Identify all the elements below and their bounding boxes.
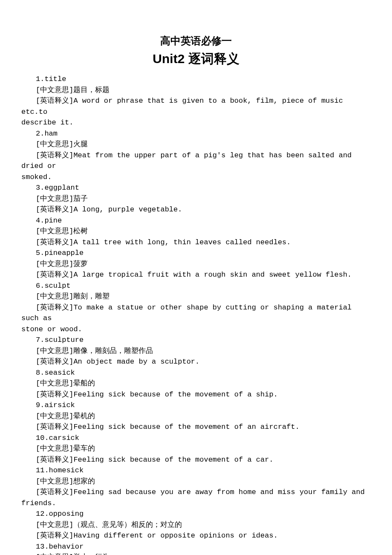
entry-word: 5.pineapple <box>21 248 371 259</box>
entry-chinese-meaning: [中文意思]晕船的 <box>21 378 371 389</box>
entry-english-definition: [英语释义]Feeling sick because of the moveme… <box>21 422 371 433</box>
entry-english-definition: [英语释义]Feeling sad because you are away f… <box>21 487 371 498</box>
entry-english-definition-continuation: stone or wood. <box>21 324 371 335</box>
entry-chinese-meaning: [中文意思]菠萝 <box>21 259 371 270</box>
entry-english-definition: [英语释义]Feeling sick because of the moveme… <box>21 454 371 465</box>
entry-word: 13.behavior <box>21 541 371 552</box>
entry-word: 4.pine <box>21 215 371 226</box>
entry-chinese-meaning: [中文意思]（观点、意见等）相反的；对立的 <box>21 520 371 531</box>
main-title: 高中英语必修一 <box>21 34 371 48</box>
entry-english-definition: [英语释义]Meat from the upper part of a pig'… <box>21 150 371 172</box>
entry-word: 1.title <box>21 74 371 85</box>
entry-chinese-meaning: [中文意思]松树 <box>21 226 371 237</box>
entry-chinese-meaning: [中文意思]想家的 <box>21 476 371 487</box>
entry-chinese-meaning: [中文意思]题目，标题 <box>21 85 371 96</box>
entry-english-definition: [英语释义]A large tropical fruit with a roug… <box>21 269 371 280</box>
entry-english-definition: [英语释义]A long, purple vegetable. <box>21 204 371 215</box>
entry-word: 3.eggplant <box>21 182 371 194</box>
entry-english-definition: [英语释义]An object made by a sculptor. <box>21 356 371 367</box>
entry-chinese-meaning: [中文意思]举止，行为 <box>21 552 371 555</box>
entry-word: 6.sculpt <box>21 280 371 292</box>
entry-word: 2.ham <box>21 128 371 139</box>
entry-english-definition-continuation: friends. <box>21 498 371 509</box>
entry-word: 11.homesick <box>21 465 371 476</box>
entry-chinese-meaning: [中文意思]晕机的 <box>21 411 371 422</box>
entry-chinese-meaning: [中文意思]火腿 <box>21 139 371 150</box>
entry-english-definition: [英语释义]Having different or opposite opini… <box>21 530 371 541</box>
entry-english-definition: [英语释义]To make a statue or other shape by… <box>21 302 371 324</box>
entry-word: 7.sculpture <box>21 335 371 346</box>
entry-word: 12.opposing <box>21 509 371 520</box>
entry-chinese-meaning: [中文意思]雕像，雕刻品，雕塑作品 <box>21 346 371 357</box>
sub-title: Unit2 逐词释义 <box>21 50 371 68</box>
entry-english-definition-continuation: smoked. <box>21 172 371 183</box>
entry-chinese-meaning: [中文意思]茄子 <box>21 194 371 205</box>
entry-english-definition-continuation: describe it. <box>21 117 371 128</box>
entry-word: 8.seasick <box>21 367 371 379</box>
entry-english-definition: [英语释义]A word or phrase that is given to … <box>21 95 371 117</box>
entry-chinese-meaning: [中文意思]雕刻，雕塑 <box>21 291 371 302</box>
document-page: 高中英语必修一 Unit2 逐词释义 1.title[中文意思]题目，标题[英语… <box>0 0 392 555</box>
entry-chinese-meaning: [中文意思]晕车的 <box>21 443 371 454</box>
entry-english-definition: [英语释义]Feeling sick because of the moveme… <box>21 389 371 400</box>
entry-english-definition: [英语释义]A tall tree with long, thin leaves… <box>21 237 371 248</box>
entry-word: 9.airsick <box>21 400 371 411</box>
entry-word: 10.carsick <box>21 433 371 444</box>
vocabulary-list: 1.title[中文意思]题目，标题[英语释义]A word or phrase… <box>21 74 371 555</box>
